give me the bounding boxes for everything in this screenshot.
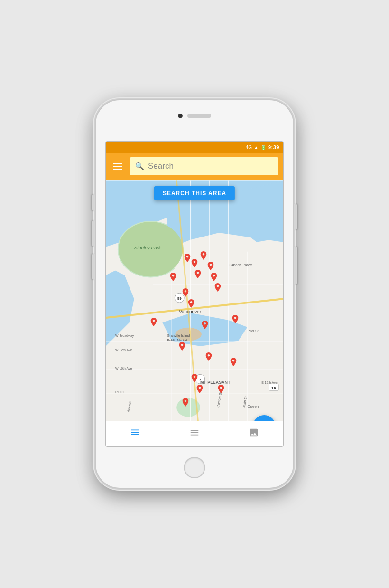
battery-icon: 🔋 <box>260 145 266 150</box>
menu-icon <box>189 427 200 441</box>
map-pin[interactable] <box>200 251 207 260</box>
map-pin[interactable] <box>230 358 237 366</box>
map-pin[interactable] <box>191 259 198 267</box>
map-pin[interactable] <box>211 273 217 281</box>
map-pin[interactable] <box>196 385 203 393</box>
left-button-2[interactable] <box>92 220 95 247</box>
app-bar: 🔍 Search <box>106 153 283 180</box>
phone: 4G ▲ 🔋 9:39 🔍 Search <box>95 99 294 489</box>
map-pin[interactable] <box>150 318 157 326</box>
map-pin[interactable] <box>214 283 221 292</box>
map-pin[interactable] <box>207 262 214 270</box>
map-pin[interactable] <box>182 288 189 297</box>
status-bar: 4G ▲ 🔋 9:39 <box>106 142 283 153</box>
menu-line-2 <box>113 166 122 167</box>
map-pins-layer <box>106 180 283 446</box>
menu-line-3 <box>113 169 122 170</box>
map-pin[interactable] <box>188 299 194 308</box>
map-pin[interactable] <box>202 321 208 329</box>
volume-button[interactable] <box>294 247 297 285</box>
nav-item-gallery[interactable] <box>224 421 283 446</box>
gallery-icon <box>249 427 259 441</box>
home-button[interactable] <box>184 457 205 478</box>
phone-screen: 4G ▲ 🔋 9:39 🔍 Search <box>105 141 284 447</box>
menu-line-1 <box>113 163 122 164</box>
search-bar[interactable]: 🔍 Search <box>130 157 278 175</box>
network-icon: 4G <box>246 145 252 150</box>
bottom-nav <box>106 421 283 446</box>
map-pin[interactable] <box>232 315 239 323</box>
nav-item-menu[interactable] <box>165 421 224 446</box>
power-button[interactable] <box>294 204 297 230</box>
nav-item-list[interactable] <box>106 421 165 446</box>
top-bezel <box>178 114 211 118</box>
signal-icon: ▲ <box>254 145 259 150</box>
map-pin[interactable] <box>182 398 189 407</box>
search-icon: 🔍 <box>135 162 144 171</box>
camera <box>178 114 183 118</box>
map-pin[interactable] <box>184 254 191 262</box>
speaker <box>187 114 211 118</box>
list-icon <box>130 427 140 440</box>
left-button-1[interactable] <box>92 194 95 211</box>
search-area-button[interactable]: SEARCH THIS AREA <box>154 186 235 200</box>
map-pin[interactable] <box>191 374 198 382</box>
time-display: 9:39 <box>268 144 279 150</box>
hamburger-menu[interactable] <box>111 163 125 170</box>
left-button-3[interactable] <box>92 254 95 280</box>
map-pin[interactable] <box>179 342 185 351</box>
search-placeholder: Search <box>148 161 273 171</box>
map-area[interactable]: W Broadway W 12th Ave W 16th Ave Prior S… <box>106 180 283 446</box>
map-pin[interactable] <box>205 352 212 361</box>
map-pin[interactable] <box>170 273 176 281</box>
map-pin[interactable] <box>194 270 201 278</box>
map-pin[interactable] <box>218 385 224 393</box>
